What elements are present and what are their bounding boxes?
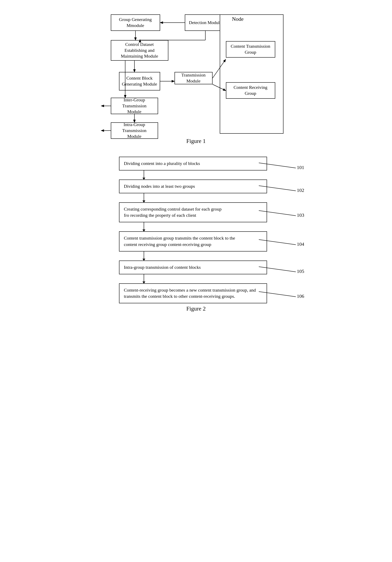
step-104-box: Content transmission group transmits the… xyxy=(119,231,267,251)
svg-text:101: 101 xyxy=(297,165,304,169)
svg-text:104: 104 xyxy=(297,241,304,247)
arrow-102-103 xyxy=(144,193,144,202)
step-106-label-line: 106 xyxy=(259,283,304,300)
content-recv-group-box: Content Receiving Group xyxy=(226,82,275,99)
step-103-label-line: 103 xyxy=(259,202,304,219)
figure2-container: Dividing content into a plurality of blo… xyxy=(98,157,294,320)
transmission-box: Transmission Module xyxy=(174,72,213,84)
content-trans-group-box: Content Transmission Group xyxy=(226,41,275,58)
fig2-wrapper: Dividing content into a plurality of blo… xyxy=(98,157,294,303)
svg-text:103: 103 xyxy=(297,212,304,218)
group-gen-box: Group Generating Mmodule xyxy=(111,14,160,31)
svg-line-13 xyxy=(259,163,296,168)
svg-text:106: 106 xyxy=(297,293,304,299)
step-105-label-line: 105 xyxy=(259,260,304,273)
arrow-104-105 xyxy=(144,251,144,260)
arrow-103-104 xyxy=(144,222,144,231)
step-106-box: Content-receiving group becomes a new co… xyxy=(119,283,267,304)
figure2-caption: Figure 2 xyxy=(98,305,294,312)
step-103-box: Creating corresponding control dataset f… xyxy=(119,202,267,222)
intragroup-box: Intra-Group Transmission Module xyxy=(111,122,158,139)
node-outer xyxy=(220,14,283,134)
step-102-label-line: 102 xyxy=(259,179,304,192)
step-104-row: Content transmission group transmits the… xyxy=(119,231,304,251)
svg-line-17 xyxy=(259,211,296,216)
arrow-105-106 xyxy=(144,274,144,283)
figure1-container: Group Generating Mmodule Detection Modul… xyxy=(98,8,294,152)
step-106-row: Content-receiving group becomes a new co… xyxy=(119,283,304,304)
page: Group Generating Mmodule Detection Modul… xyxy=(12,8,380,320)
step-104-label-line: 104 xyxy=(259,231,304,248)
step-101-label-line: 101 xyxy=(259,157,304,169)
control-box: Control Dataset Establishing and Maintai… xyxy=(111,40,168,61)
step-105-row: Intra-group transmission of content bloc… xyxy=(119,260,304,274)
intergroup-box: Inter-Group Transmission Module xyxy=(111,98,158,114)
arrow-101-102 xyxy=(144,170,144,179)
step-102-row: Dividing nodes into at least two groups … xyxy=(119,179,304,193)
node-label: Node xyxy=(232,16,243,22)
svg-text:105: 105 xyxy=(297,269,304,273)
svg-line-19 xyxy=(259,240,296,245)
fig1-diagram: Group Generating Mmodule Detection Modul… xyxy=(98,8,294,136)
svg-line-15 xyxy=(259,186,296,191)
svg-text:102: 102 xyxy=(297,187,304,192)
step-103-row: Creating corresponding control dataset f… xyxy=(119,202,304,222)
step-102-box: Dividing nodes into at least two groups xyxy=(119,179,267,193)
svg-line-21 xyxy=(259,267,296,272)
step-101-box: Dividing content into a plurality of blo… xyxy=(119,157,267,170)
content-block-box: Content Block Generating Module xyxy=(119,72,160,91)
step-105-box: Intra-group transmission of content bloc… xyxy=(119,260,267,274)
step-101-row: Dividing content into a plurality of blo… xyxy=(119,157,304,170)
svg-line-23 xyxy=(259,292,296,297)
